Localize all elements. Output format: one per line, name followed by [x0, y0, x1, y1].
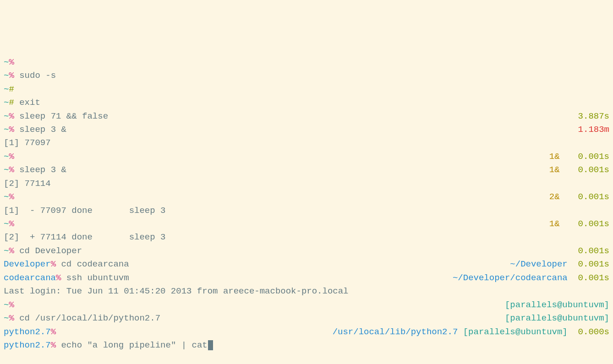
text-segment: %: [9, 125, 19, 135]
text-segment: ~: [4, 125, 9, 135]
text-segment: 0.001s: [578, 259, 609, 269]
text-segment: %: [51, 259, 61, 269]
text-segment: codearcana: [4, 273, 56, 283]
text-segment: sleep 3 &: [19, 125, 66, 135]
line-right: 1&0.001s: [549, 163, 609, 177]
text-segment: %: [9, 152, 14, 162]
terminal-line: ~%1&0.001s: [4, 217, 609, 231]
text-segment: %: [9, 219, 14, 229]
text-segment: /usr/local/lib/python2.7: [333, 327, 458, 337]
text-segment: 0.001s: [578, 246, 609, 256]
text-segment: Developer: [4, 259, 51, 269]
text-segment: ~: [4, 313, 9, 323]
line-left: [1] - 77097 done sleep 3: [4, 204, 165, 217]
text-segment: %: [9, 57, 14, 67]
text-segment: [2] 77114: [4, 179, 51, 189]
terminal-line: python2.7%/usr/local/lib/python2.7 [para…: [4, 326, 609, 339]
text-segment: #: [9, 98, 19, 108]
terminal-line: ~% sudo -s: [4, 69, 609, 82]
text-segment: %: [51, 327, 56, 337]
terminal-line: [2] 77114: [4, 177, 609, 190]
text-segment: [568, 327, 578, 337]
text-segment: ~: [4, 192, 9, 202]
text-segment: [parallels@ubuntuvm]: [463, 327, 568, 337]
text-segment: 1&: [549, 165, 560, 175]
terminal-line: ~%1&0.001s: [4, 150, 609, 163]
terminal-line: [2] + 77114 done sleep 3: [4, 231, 609, 244]
text-segment: cd codearcana: [61, 259, 129, 269]
line-left: ~%: [4, 299, 14, 312]
text-segment: [parallels@ubuntuvm]: [505, 313, 609, 323]
text-segment: 0.001s: [578, 219, 609, 229]
line-left: ~#: [4, 83, 14, 96]
text-segment: ~: [4, 71, 9, 81]
terminal-line: Developer% cd codearcana~/Developer 0.00…: [4, 258, 609, 271]
text-segment: cd Developer: [19, 246, 82, 256]
text-segment: 0.001s: [578, 273, 609, 283]
text-segment: ~/Developer: [510, 259, 567, 269]
line-left: ~%: [4, 56, 14, 69]
line-left: [2] + 77114 done sleep 3: [4, 231, 165, 244]
text-segment: ~: [4, 111, 9, 121]
terminal-line: [1] - 77097 done sleep 3: [4, 204, 609, 217]
text-segment: sleep 3 &: [19, 165, 66, 175]
text-segment: python2.7: [4, 340, 51, 350]
text-segment: 0.000s: [578, 327, 609, 337]
text-segment: [2] + 77114 done sleep 3: [4, 232, 165, 242]
text-segment: cd /usr/local/lib/python2.7: [19, 313, 160, 323]
line-left: python2.7% echo "a long pipeline" | cat: [4, 339, 213, 352]
text-segment: [458, 327, 463, 337]
line-left: Last login: Tue Jun 11 01:45:20 2013 fro…: [4, 285, 349, 298]
text-segment: ~: [4, 300, 9, 310]
terminal-line: ~% cd Developer0.001s: [4, 244, 609, 258]
text-segment: exit: [19, 98, 40, 108]
line-right: [parallels@ubuntuvm]: [505, 312, 609, 325]
line-right: 2&0.001s: [549, 190, 609, 204]
terminal-line: Last login: Tue Jun 11 01:45:20 2013 fro…: [4, 285, 609, 298]
text-segment: ~: [4, 152, 9, 162]
text-segment: %: [51, 340, 61, 350]
terminal-line: [1] 77097: [4, 136, 609, 150]
text-segment: %: [9, 111, 19, 121]
line-left: [2] 77114: [4, 177, 51, 190]
text-segment: 1&: [549, 219, 560, 229]
terminal-line: ~% cd /usr/local/lib/python2.7[parallels…: [4, 312, 609, 325]
line-right: 1&0.001s: [549, 150, 609, 163]
text-segment: 0.001s: [578, 192, 609, 202]
text-segment: %: [56, 273, 66, 283]
text-segment: ~: [4, 98, 9, 108]
text-segment: sleep 71 && false: [19, 111, 108, 121]
terminal-line: ~% sleep 3 &1.183m: [4, 123, 609, 136]
text-segment: [parallels@ubuntuvm]: [505, 300, 609, 310]
text-segment: %: [9, 313, 19, 323]
line-left: ~% cd Developer: [4, 244, 82, 258]
line-left: Developer% cd codearcana: [4, 258, 129, 271]
line-left: ~% sleep 3 &: [4, 123, 66, 136]
text-segment: ~: [4, 84, 9, 94]
cursor: [208, 340, 213, 350]
text-segment: ~: [4, 57, 9, 67]
line-left: [1] 77097: [4, 136, 51, 150]
line-right: 1.183m: [578, 123, 609, 136]
text-segment: %: [9, 246, 19, 256]
text-segment: 1.183m: [578, 125, 609, 135]
terminal-line: ~%[parallels@ubuntuvm]: [4, 299, 609, 312]
text-segment: [1] 77097: [4, 138, 51, 148]
line-left: ~%: [4, 217, 14, 231]
terminal-line: ~% sleep 3 &1&0.001s: [4, 163, 609, 177]
line-left: ~%: [4, 190, 14, 204]
text-segment: [568, 259, 578, 269]
text-segment: %: [9, 300, 14, 310]
text-segment: 0.001s: [578, 165, 609, 175]
text-segment: %: [9, 165, 19, 175]
text-segment: 0.001s: [578, 152, 609, 162]
terminal-line: python2.7% echo "a long pipeline" | cat: [4, 339, 609, 352]
line-left: ~% sleep 71 && false: [4, 110, 108, 123]
terminal-output[interactable]: ~%~% sudo -s~#~# exit~% sleep 71 && fals…: [4, 56, 609, 353]
line-right: [parallels@ubuntuvm]: [505, 299, 609, 312]
text-segment: 2&: [549, 192, 560, 202]
text-segment: %: [9, 192, 14, 202]
text-segment: %: [9, 71, 19, 81]
text-segment: ~: [4, 165, 9, 175]
terminal-line: ~%2&0.001s: [4, 190, 609, 204]
